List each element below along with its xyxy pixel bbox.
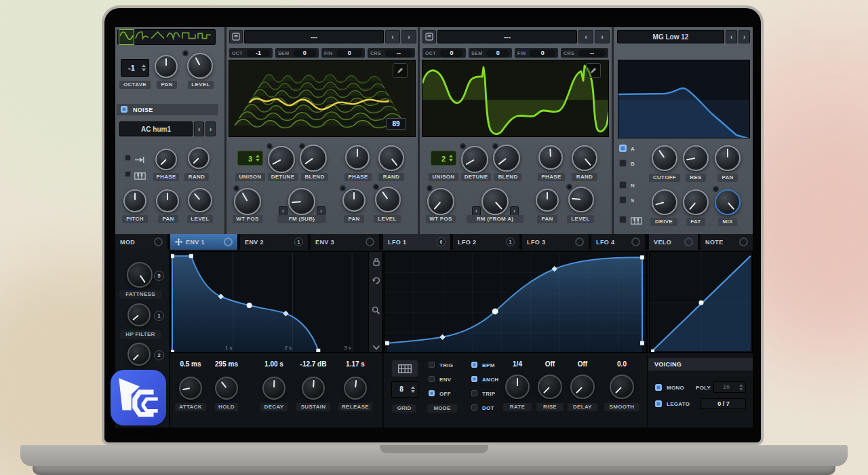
filter-mix-modring[interactable] — [713, 186, 719, 192]
osc-a-fm-next-button[interactable]: › — [317, 206, 326, 216]
osc-b-level-knob[interactable] — [568, 187, 594, 212]
tab-lfo4[interactable]: LFO 4 — [591, 234, 646, 250]
noise-oneshot-checkbox[interactable] — [125, 155, 131, 161]
tab-note[interactable]: NOTE — [701, 234, 753, 250]
filter-drive-knob[interactable] — [652, 189, 677, 215]
osc-b-crs[interactable]: CRS-- — [561, 48, 608, 58]
osc-b-waveform-display[interactable] — [422, 60, 609, 137]
lfo-delay-knob[interactable] — [570, 375, 595, 399]
osc-a-crs[interactable]: CRS-- — [368, 48, 415, 58]
env-attack-knob[interactable] — [179, 377, 202, 400]
tab-lfo1[interactable]: LFO 16 — [383, 234, 452, 250]
waveshape-roundsaw-icon[interactable] — [135, 30, 149, 44]
env-hold-knob[interactable] — [215, 377, 238, 400]
voicing-poly-stepper[interactable]: 16 — [713, 381, 746, 393]
osc-a-preset-display[interactable]: --- — [244, 30, 384, 43]
macro-fattness-knob[interactable] — [127, 262, 153, 288]
tab-mod[interactable]: MOD — [115, 234, 169, 250]
osc-a-level-modring[interactable] — [373, 184, 379, 190]
osc-a-detune-knob[interactable] — [268, 146, 295, 173]
osc-b-pan-knob[interactable] — [536, 189, 559, 212]
osc-b-oct[interactable]: OCT0 — [422, 48, 466, 58]
waveshape-triangle-icon[interactable] — [151, 30, 165, 44]
noise-preset-display[interactable]: AC hum1 — [119, 121, 193, 136]
osc-b-blend-knob[interactable] — [493, 145, 520, 172]
osc-a-menu-icon[interactable] — [229, 30, 243, 43]
env-decay-knob[interactable] — [262, 377, 285, 400]
lfo-rise-knob[interactable] — [538, 375, 562, 399]
velo-curve-editor[interactable] — [649, 251, 753, 353]
osc-a-unison-stepper[interactable]: 3 — [237, 151, 263, 166]
macro-hpfilter-knob[interactable] — [127, 303, 151, 326]
lfo-mode-trig-checkbox[interactable] — [429, 362, 435, 368]
note-drag-ring[interactable] — [739, 238, 748, 246]
env-sustain-knob[interactable] — [302, 377, 325, 400]
noise-next-button[interactable]: › — [205, 121, 216, 136]
tab-velo[interactable]: VELO — [649, 234, 699, 250]
tab-lfo2[interactable]: LFO 21 — [453, 234, 521, 250]
osc-b-fin[interactable]: FIN0 — [515, 48, 558, 58]
waveshape-pulse-icon[interactable] — [197, 30, 212, 44]
osc-b-rm-prev-button[interactable]: ‹ — [472, 206, 481, 216]
osc-b-menu-icon[interactable] — [422, 30, 436, 43]
osc-a-wtpos-knob[interactable] — [234, 188, 261, 215]
filter-response-display[interactable] — [618, 60, 750, 138]
lfo-smooth-knob[interactable] — [610, 375, 634, 399]
voicing-legato-checkbox[interactable] — [655, 400, 662, 407]
lock-icon[interactable] — [372, 257, 380, 266]
sub-pan-knob[interactable] — [155, 55, 178, 78]
osc-b-sem[interactable]: SEM0 — [469, 48, 512, 58]
tab-env3[interactable]: ENV 3 — [311, 234, 380, 250]
velo-drag-ring[interactable] — [684, 238, 693, 246]
filter-route-n-checkbox[interactable] — [619, 181, 627, 189]
noise-keytrack-checkbox[interactable] — [125, 171, 131, 177]
osc-b-phase-knob[interactable] — [538, 145, 563, 170]
env-curve-editor[interactable]: 1 s 2 s 3 s — [170, 251, 382, 353]
chevron-down-icon[interactable] — [372, 345, 380, 350]
env1-drag-ring[interactable] — [224, 238, 233, 246]
osc-b-edit-button[interactable] — [586, 63, 601, 78]
lfo4-drag-ring[interactable] — [631, 238, 640, 246]
mod-drag-ring[interactable] — [154, 238, 163, 246]
lfo-curve-editor[interactable] — [384, 251, 647, 353]
osc-b-rand-knob[interactable] — [572, 145, 597, 171]
lfo-rate-knob[interactable] — [505, 375, 530, 399]
osc-a-wavetable-display[interactable]: 89 — [229, 60, 416, 137]
noise-pan-knob[interactable] — [156, 189, 179, 212]
noise-level-knob[interactable] — [188, 188, 212, 212]
voicing-mono-checkbox[interactable] — [655, 384, 662, 391]
env-release-knob[interactable] — [344, 377, 367, 400]
filter-prev-button[interactable]: ‹ — [726, 30, 737, 43]
filter-route-b-checkbox[interactable] — [619, 159, 627, 167]
osc-a-rand-knob[interactable] — [378, 145, 404, 171]
lfo-mode-env-checkbox[interactable] — [429, 376, 435, 382]
osc-b-prev-button[interactable]: ‹ — [578, 30, 593, 43]
lfo-dot-checkbox[interactable] — [471, 404, 477, 411]
filter-fat-knob[interactable] — [683, 189, 709, 215]
tab-lfo3[interactable]: LFO 3 — [522, 234, 590, 250]
osc-a-oct[interactable]: OCT-1 — [229, 48, 273, 58]
undo-icon[interactable] — [372, 276, 380, 284]
sub-level-knob[interactable] — [187, 53, 213, 79]
lfo-mode-off-checkbox[interactable] — [429, 390, 435, 396]
tab-env2[interactable]: ENV 21 — [240, 234, 309, 250]
filter-route-a-checkbox[interactable] — [619, 145, 627, 152]
tab-env1[interactable]: ENV 1 — [170, 234, 239, 250]
filter-keytrack-checkbox[interactable] — [619, 216, 627, 223]
osc-a-next-button[interactable]: › — [401, 30, 416, 43]
osc-a-pan-knob[interactable] — [342, 189, 366, 212]
sub-level-modring[interactable] — [182, 50, 189, 56]
lfo3-drag-ring[interactable] — [575, 238, 584, 246]
osc-a-fin[interactable]: FIN0 — [321, 48, 365, 58]
osc-a-phase-knob[interactable] — [345, 145, 370, 170]
osc-a-fm-knob[interactable] — [288, 188, 315, 215]
filter-next-button[interactable]: › — [738, 30, 750, 43]
lfo-grid-arrows[interactable] — [411, 386, 415, 393]
noise-pitch-knob[interactable] — [123, 189, 146, 212]
filter-res-knob[interactable] — [683, 145, 709, 171]
macro-fm-knob[interactable] — [127, 343, 151, 366]
osc-b-preset-display[interactable]: --- — [437, 30, 577, 43]
osc-a-edit-button[interactable] — [393, 63, 408, 78]
sub-octave-arrows[interactable] — [142, 64, 146, 71]
osc-a-level-knob[interactable] — [375, 187, 401, 212]
